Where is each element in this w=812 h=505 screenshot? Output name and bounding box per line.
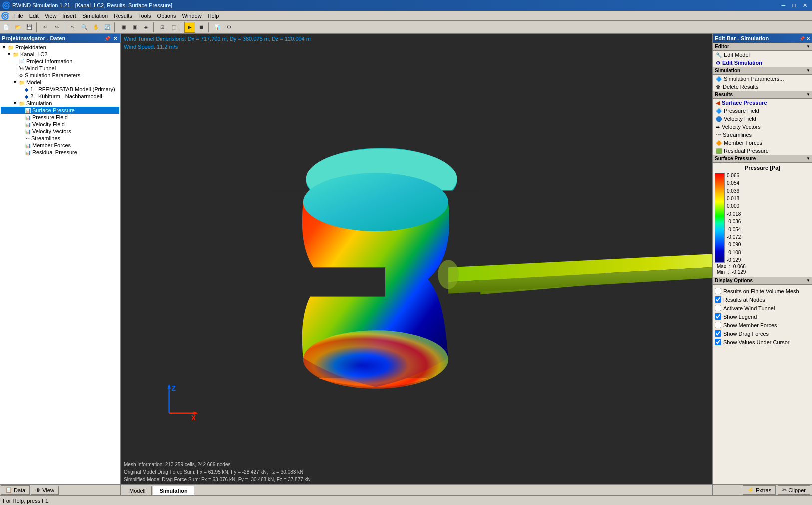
tb-view-3d[interactable]: ◈ (141, 22, 152, 33)
editor-subsection[interactable]: Editor ▼ (713, 43, 812, 51)
simulation-expand-arrow[interactable]: ▼ (806, 68, 810, 73)
close-button[interactable]: ✕ (800, 0, 810, 10)
cb-values-cursor[interactable] (715, 339, 721, 345)
right-panel-pin[interactable]: 📌 (799, 36, 805, 41)
result-member-forces[interactable]: 🔶 Member Forces (713, 139, 812, 147)
tb-view-top[interactable]: ▣ (129, 22, 140, 33)
tb-wire[interactable]: ⬚ (168, 22, 179, 33)
result-velocity-field[interactable]: 🔵 Velocity Field (713, 115, 812, 123)
cb-results-nodes[interactable] (715, 296, 721, 303)
surface-pressure-subsection[interactable]: Surface Pressure ▼ (713, 155, 812, 163)
surface-pressure-expand-arrow[interactable]: ▼ (806, 156, 810, 161)
menu-file[interactable]: File (11, 12, 26, 20)
tab-data[interactable]: 📋 Data (1, 485, 30, 495)
results-expand-arrow[interactable]: ▼ (806, 92, 810, 97)
expand-projektdaten[interactable]: ▼ (2, 45, 7, 50)
editor-expand-arrow[interactable]: ▼ (806, 44, 810, 49)
tree-item-pressure-field[interactable]: 📊 Pressure Field (1, 114, 119, 121)
tab-simulation[interactable]: Simulation (153, 486, 194, 495)
checkbox-drag-forces[interactable]: Show Drag Forces (715, 329, 810, 338)
expand-model[interactable]: ▼ (13, 80, 18, 85)
tb-undo[interactable]: ↩ (40, 22, 51, 33)
tb-view-front[interactable]: ▣ (118, 22, 129, 33)
edit-simulation-button[interactable]: ⚙ Edit Simulation (713, 59, 812, 67)
menu-help[interactable]: Help (205, 12, 222, 20)
cb-drag-forces[interactable] (715, 330, 721, 337)
tree-item-member-forces[interactable]: 📊 Member Forces (1, 142, 119, 149)
expand-kanal[interactable]: ▼ (7, 52, 12, 57)
tb-redo[interactable]: ↪ (51, 22, 62, 33)
tree-item-kanal-lc2[interactable]: ▼ 📁 Kanal_LC2 (1, 51, 119, 58)
tree-item-surface-pressure[interactable]: 📊 Surface Pressure (1, 107, 119, 114)
result-streamlines[interactable]: 〰 Streamlines (713, 131, 812, 139)
edit-model-button[interactable]: 🔧 Edit Model (713, 51, 812, 59)
menu-view[interactable]: View (42, 12, 60, 20)
checkbox-results-nodes[interactable]: Results at Nodes (715, 295, 810, 304)
tree-item-kuhlturm[interactable]: ◆ 2 - Kühlturm - Nachbarmodell (1, 93, 119, 100)
tab-modell[interactable]: Modell (123, 486, 152, 495)
checkbox-member-forces[interactable]: Show Member Forces (715, 321, 810, 329)
tb-open[interactable]: 📂 (12, 22, 23, 33)
extras-button[interactable]: ⚡ Extras (743, 485, 776, 495)
cb-legend[interactable] (715, 313, 721, 320)
tree-item-streamlines[interactable]: 〰 Streamlines (1, 135, 119, 142)
menu-window[interactable]: Window (179, 12, 205, 20)
tree-item-velocity-field[interactable]: 📊 Velocity Field (1, 121, 119, 128)
tb-run-sim[interactable]: ▶ (184, 22, 195, 33)
menu-tools[interactable]: Tools (135, 12, 154, 20)
simulation-params-button[interactable]: 🔷 Simulation Parameters... (713, 75, 812, 83)
tree-item-rfem[interactable]: ◆ 1 - RFEM/RSTAB Modell (Primary) (1, 86, 119, 93)
checkbox-finite-volume[interactable]: Results on Finite Volume Mesh (715, 287, 810, 295)
panel-close-button[interactable]: ✕ (112, 36, 118, 41)
tree-item-projektdaten[interactable]: ▼ 📁 Projektdaten (1, 44, 119, 51)
tb-results[interactable]: 📊 (212, 22, 223, 33)
minimize-button[interactable]: ─ (779, 0, 789, 10)
viewport[interactable]: Wind Tunnel Dimensions: Dx = 717.701 m, … (121, 34, 712, 484)
panel-pin-button[interactable]: 📌 (103, 36, 111, 41)
right-panel-close[interactable]: ✕ (806, 36, 810, 41)
delete-results-button[interactable]: 🗑 Delete Results (713, 83, 812, 91)
menu-insert[interactable]: Insert (59, 12, 79, 20)
result-surface-pressure[interactable]: ◀ Surface Pressure (713, 99, 812, 107)
result-residual-pressure[interactable]: 🟩 Residual Pressure (713, 147, 812, 155)
tree-item-model[interactable]: ▼ 📁 Model (1, 79, 119, 86)
menu-options[interactable]: Options (154, 12, 179, 20)
legend-val-7: -0.054 (727, 227, 741, 232)
tb-pan[interactable]: ✋ (90, 22, 101, 33)
clipper-button[interactable]: ✂ Clipper (778, 485, 810, 495)
tb-settings[interactable]: ⚙ (223, 22, 234, 33)
checkbox-values-cursor[interactable]: Show Values Under Cursor (715, 338, 810, 346)
tb-new[interactable]: 📄 (1, 22, 12, 33)
menu-results[interactable]: Results (111, 12, 135, 20)
tb-save[interactable]: 💾 (24, 22, 35, 33)
tb-select[interactable]: ↖ (67, 22, 78, 33)
cb-finite-volume[interactable] (715, 288, 721, 294)
tb-rotate[interactable]: 🔄 (102, 22, 113, 33)
maximize-button[interactable]: □ (789, 0, 799, 10)
result-velocity-vectors[interactable]: ➡ Velocity Vectors (713, 123, 812, 131)
tb-fit[interactable]: ⊡ (157, 22, 168, 33)
result-pressure-field[interactable]: 🔷 Pressure Field (713, 107, 812, 115)
results-subsection[interactable]: Results ▼ (713, 91, 812, 99)
tree-item-sim-params[interactable]: ⚙ Simulation Parameters (1, 72, 119, 79)
display-options-expand-arrow[interactable]: ▼ (806, 278, 810, 283)
checkbox-legend[interactable]: Show Legend (715, 312, 810, 321)
tree-item-project-info[interactable]: 📄 Project Information (1, 58, 119, 65)
tb-zoom[interactable]: 🔍 (79, 22, 90, 33)
menu-edit[interactable]: Edit (26, 12, 42, 20)
simulation-subsection[interactable]: Simulation ▼ (713, 67, 812, 75)
tree-item-simulation[interactable]: ▼ 📁 Simulation (1, 100, 119, 107)
tb-stop-sim[interactable]: ⏹ (196, 22, 207, 33)
tree-item-residual-pressure[interactable]: 📊 Residual Pressure (1, 149, 119, 156)
cb-wind-tunnel[interactable] (715, 305, 721, 311)
checkbox-wind-tunnel[interactable]: Activate Wind Tunnel (715, 304, 810, 312)
cb-member-forces[interactable] (715, 322, 721, 328)
tree-item-velocity-vectors[interactable]: 📊 Velocity Vectors (1, 128, 119, 135)
menu-simulation[interactable]: Simulation (79, 12, 111, 20)
model-3d-view[interactable]: Z X (121, 52, 712, 460)
tab-view[interactable]: 👁 View (31, 486, 59, 495)
viewport-canvas[interactable]: Z X (121, 52, 712, 460)
display-options-subsection[interactable]: Display Options ▼ (713, 277, 812, 285)
tree-item-wind-tunnel[interactable]: 🌬 Wind Tunnel (1, 65, 119, 72)
expand-simulation[interactable]: ▼ (13, 101, 18, 106)
